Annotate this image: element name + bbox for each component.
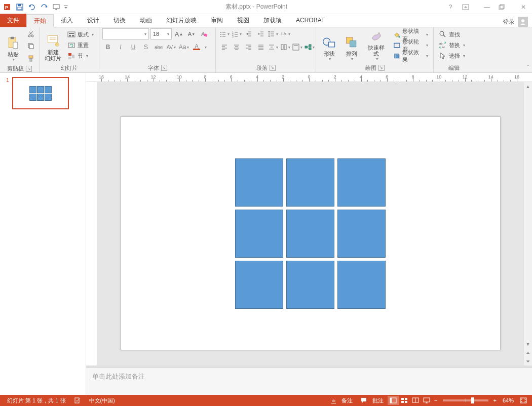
slide-canvas[interactable] <box>97 82 523 366</box>
clear-formatting-button[interactable]: A <box>199 28 210 39</box>
prev-slide-button[interactable]: ⏶ <box>524 348 533 357</box>
slideshow-view-button[interactable] <box>421 396 432 405</box>
find-button[interactable]: 查找 <box>437 29 462 39</box>
shape-rectangle[interactable] <box>235 158 283 207</box>
tab-acrobat[interactable]: ACROBAT <box>289 14 332 27</box>
ribbon-display-button[interactable] <box>462 4 475 10</box>
new-slide-button[interactable]: 新建 幻灯片 <box>43 29 63 62</box>
align-right-button[interactable] <box>243 42 254 53</box>
slide-1[interactable] <box>121 116 501 350</box>
language-button[interactable]: 中文(中国) <box>85 397 119 404</box>
bold-button[interactable]: B <box>102 42 113 53</box>
grow-font-button[interactable]: A▲ <box>173 28 184 39</box>
slide-thumbnail-1[interactable] <box>12 77 69 109</box>
font-color-menu[interactable]: ▾ <box>205 45 207 50</box>
line-spacing-button[interactable]: ▾ <box>268 28 279 39</box>
decrease-indent-button[interactable] <box>243 28 254 39</box>
italic-button[interactable]: I <box>115 42 126 53</box>
redo-button[interactable] <box>39 2 50 13</box>
justify-button[interactable] <box>255 42 267 53</box>
reset-button[interactable]: 重置 <box>65 40 96 51</box>
vertical-scrollbar[interactable]: ▲ ▼ ⏶ ⏷ <box>523 82 532 366</box>
font-color-button[interactable]: A <box>191 42 202 53</box>
shape-rectangle[interactable] <box>337 210 386 258</box>
cut-button[interactable] <box>25 28 36 39</box>
shapes-button[interactable]: 形状▾ <box>319 29 339 62</box>
horizontal-ruler[interactable]: 1614121086420246810121416 <box>86 73 532 82</box>
numbering-button[interactable]: 123▾ <box>231 28 242 39</box>
help-button[interactable]: ? <box>444 4 457 11</box>
tab-insert[interactable]: 插入 <box>54 14 80 27</box>
comments-toggle[interactable]: 批注 <box>357 397 388 404</box>
tab-view[interactable]: 视图 <box>230 14 256 27</box>
tab-slideshow[interactable]: 幻灯片放映 <box>159 14 204 27</box>
start-show-button[interactable] <box>51 2 62 13</box>
shape-rectangle[interactable] <box>286 261 334 309</box>
text-direction-button[interactable]: IIA▾ <box>280 28 291 39</box>
drawing-launcher[interactable]: ↘ <box>378 65 385 71</box>
zoom-out-button[interactable]: − <box>432 397 439 403</box>
normal-view-button[interactable] <box>388 396 399 405</box>
clipboard-launcher[interactable]: ↘ <box>26 66 32 72</box>
layout-button[interactable]: 版式▾ <box>65 30 96 40</box>
paragraph-launcher[interactable]: ↘ <box>270 65 276 71</box>
shape-rectangle[interactable] <box>235 261 283 309</box>
fit-to-window-button[interactable] <box>518 396 529 405</box>
scroll-down-button[interactable]: ▼ <box>524 340 533 348</box>
login-control[interactable]: 登录 <box>503 17 532 27</box>
section-button[interactable]: 节▾ <box>65 51 96 61</box>
zoom-in-button[interactable]: + <box>491 397 499 403</box>
tab-animations[interactable]: 动画 <box>133 14 159 27</box>
sorter-view-button[interactable] <box>399 396 410 405</box>
select-button[interactable]: 选择▾ <box>437 51 467 61</box>
tab-review[interactable]: 审阅 <box>204 14 230 27</box>
notes-pane[interactable]: 单击此处添加备注 <box>86 368 532 395</box>
arrange-button[interactable]: 排列▾ <box>341 29 362 62</box>
minimize-button[interactable]: — <box>480 4 493 11</box>
shape-effects-button[interactable]: 形状效果▾ <box>391 51 430 61</box>
quick-styles-button[interactable]: 快速样式▾ <box>364 29 389 62</box>
paste-button[interactable]: 粘贴 ▾ <box>3 29 23 63</box>
shape-rectangle[interactable] <box>337 261 386 309</box>
align-left-button[interactable] <box>219 42 230 53</box>
notes-toggle[interactable]: ≐ 备注 <box>327 397 357 404</box>
underline-button[interactable]: U <box>128 42 139 53</box>
tab-addins[interactable]: 加载项 <box>256 14 289 27</box>
spellcheck-button[interactable] <box>70 397 85 404</box>
replace-button[interactable]: abac替换▾ <box>437 40 467 50</box>
columns-button[interactable]: ▾ <box>280 42 291 53</box>
shape-rectangle[interactable] <box>286 158 334 207</box>
format-painter-button[interactable] <box>25 53 36 64</box>
shrink-font-button[interactable]: A▼ <box>186 28 197 39</box>
collapse-ribbon-button[interactable]: ˆ <box>527 64 529 71</box>
slide-count[interactable]: 幻灯片 第 1 张，共 1 张 <box>3 397 70 404</box>
align-center-button[interactable] <box>231 42 242 53</box>
zoom-percent[interactable]: 64% <box>499 397 518 403</box>
bullets-button[interactable]: ▾ <box>219 28 230 39</box>
font-size-combo[interactable]: 18▾ <box>150 28 172 39</box>
char-spacing-button[interactable]: AV▾ <box>166 42 177 53</box>
align-text-button[interactable]: ▾ <box>292 42 303 53</box>
font-launcher[interactable]: ↘ <box>161 65 167 71</box>
save-button[interactable] <box>14 2 25 13</box>
tab-file[interactable]: 文件 <box>0 14 26 27</box>
shadow-button[interactable]: S <box>140 42 151 53</box>
change-case-button[interactable]: Aa▾ <box>178 42 189 53</box>
qat-customize-button[interactable] <box>63 2 69 13</box>
zoom-slider[interactable] <box>443 399 488 401</box>
shape-rectangle[interactable] <box>235 210 283 258</box>
tab-design[interactable]: 设计 <box>80 14 106 27</box>
restore-button[interactable] <box>499 4 512 10</box>
increase-indent-button[interactable] <box>255 28 267 39</box>
reading-view-button[interactable] <box>410 396 421 405</box>
thumbnail-pane[interactable]: 1 <box>0 73 86 395</box>
font-name-combo[interactable]: ▾ <box>102 28 149 39</box>
zoom-thumb[interactable] <box>471 397 474 403</box>
shape-rectangle[interactable] <box>286 210 334 258</box>
distribute-button[interactable]: ▾ <box>268 42 279 53</box>
copy-button[interactable] <box>25 40 36 52</box>
close-button[interactable]: ✕ <box>517 4 530 11</box>
tab-transitions[interactable]: 切换 <box>106 14 133 27</box>
shape-rectangle[interactable] <box>337 158 386 207</box>
smartart-button[interactable]: ▾ <box>304 42 315 53</box>
